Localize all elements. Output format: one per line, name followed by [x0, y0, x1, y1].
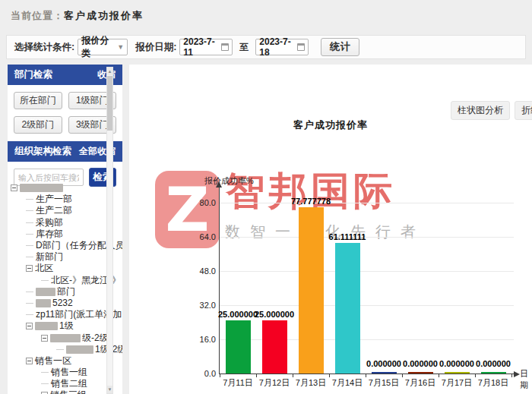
tree-item[interactable]: 级-2级	[8, 332, 122, 343]
tree-collapse-icon[interactable]	[26, 265, 33, 272]
y-tick-label: 16.0	[188, 335, 216, 344]
tree-item[interactable]: 销售三组	[8, 389, 122, 394]
tree-connector	[56, 349, 64, 350]
tree-connector	[26, 199, 33, 200]
tree-item[interactable]: 北区-》黑龙江-》	[8, 275, 122, 286]
x-tick-label: 7月16日	[402, 377, 439, 389]
axis-tickmark	[402, 374, 403, 377]
tree-item[interactable]: 采购部	[8, 217, 122, 229]
axis-tickmark	[329, 374, 330, 377]
tree-item[interactable]: 1级-2级-3	[8, 344, 122, 355]
chart-bar[interactable]	[226, 320, 251, 374]
chart-bar[interactable]	[262, 320, 287, 374]
category-selected-value: 报价分类	[81, 34, 117, 60]
tree-connector	[41, 372, 49, 373]
y-tick-label: 64.0	[188, 232, 216, 241]
chart-bar[interactable]	[445, 372, 470, 374]
tree-collapse-icon[interactable]	[26, 323, 33, 329]
x-tick-label: 7月14日	[329, 377, 366, 389]
tree-item[interactable]: 销售一组	[8, 367, 122, 378]
tree-item[interactable]: 生产二部	[8, 205, 122, 216]
tree-item[interactable]: 5232	[8, 298, 122, 309]
tree-item-label: 生产二部	[36, 205, 72, 216]
dept-level-buttons: 所在部门 1级部门 2级部门 3级部门	[8, 85, 122, 141]
tree-connector	[26, 314, 33, 315]
tree-collapse-icon[interactable]	[41, 335, 48, 342]
page-title: 客户成功报价率	[64, 10, 144, 21]
date-to-input[interactable]: 2023-7-18	[255, 39, 309, 55]
tree-item-label: 销售三组	[50, 389, 87, 394]
scrollbar-thumb[interactable]	[107, 76, 112, 131]
date-from-input[interactable]: 2023-7-11	[179, 39, 233, 55]
axis-tickmark	[439, 374, 439, 377]
tree-item-label: 采购部	[36, 217, 63, 229]
sidebar: 部门检索 收缩 所在部门 1级部门 2级部门 3级部门 组织架构检索 全部收缩 …	[8, 65, 122, 394]
line-chart-analysis-button[interactable]: 折线图分析	[515, 101, 532, 120]
tree-item[interactable]: 生产一部	[8, 194, 122, 205]
tree-item-label: 库存部	[36, 229, 63, 240]
tree-connector	[26, 257, 33, 257]
calendar-icon[interactable]	[297, 43, 305, 51]
gridline	[220, 203, 514, 203]
dept-current-button[interactable]: 所在部门	[14, 92, 62, 109]
chart-mode-buttons: 柱状图分析 折线图分析	[451, 101, 532, 120]
redacted-label	[36, 288, 55, 296]
statistics-button[interactable]: 统计	[321, 38, 359, 56]
org-search-title: 组织架构检索	[14, 145, 71, 158]
axis-tickmark	[293, 374, 293, 377]
tree-connector	[26, 234, 33, 235]
tree-item-label: 部门	[57, 286, 75, 298]
dept-level2-button[interactable]: 2级部门	[14, 116, 62, 134]
x-axis-line	[219, 374, 514, 374]
tree-item[interactable]: 销售二组	[8, 378, 122, 389]
tree-item[interactable]: 北区	[8, 263, 122, 274]
filter-bar: 选择统计条件: 报价分类 ▼ 报价日期: 2023-7-11 至 2023-7-…	[6, 35, 526, 59]
redacted-label	[50, 334, 81, 342]
tree-item-label: 销售一区	[35, 355, 71, 367]
category-select[interactable]: 报价分类 ▼	[78, 39, 128, 55]
scroll-down-icon[interactable]: ▼	[107, 386, 112, 393]
axis-tickmark	[256, 374, 257, 377]
chart-bar[interactable]	[372, 372, 397, 374]
dept-search-title: 部门检索	[14, 68, 52, 81]
tree-item[interactable]	[8, 182, 122, 194]
bar-value-label: 77.777778	[283, 197, 338, 206]
tree-connector	[26, 222, 33, 223]
tree-collapse-icon[interactable]	[11, 184, 17, 191]
tree-item[interactable]: 库存部	[8, 229, 122, 240]
chart-bar[interactable]	[335, 243, 360, 374]
tree-item[interactable]: 销售一区	[8, 355, 122, 367]
chart-title: 客户成功报价率	[236, 118, 426, 132]
org-search-header: 组织架构检索 全部收缩	[8, 141, 122, 162]
redacted-label	[35, 322, 58, 330]
tree-scrollbar[interactable]: ▲ ▼	[106, 67, 113, 394]
bar-value-label: 0.000000	[466, 359, 521, 368]
tree-item[interactable]: 1级	[8, 320, 122, 332]
axis-tickmark	[511, 374, 512, 377]
date-to-value: 2023-7-18	[259, 36, 297, 58]
calendar-icon[interactable]	[221, 43, 229, 51]
gridline	[220, 305, 514, 306]
x-tick-label: 7月12日	[256, 377, 293, 389]
tree-item-label: 销售二组	[51, 378, 87, 389]
tree-collapse-icon[interactable]	[26, 358, 33, 364]
bar-value-label: 25.000000	[247, 310, 302, 319]
chart-panel: 柱状图分析 折线图分析 客户成功报价率 Z 智邦国际 数智一体化先行者 报价成功…	[129, 65, 532, 394]
scroll-up-icon[interactable]: ▲	[107, 68, 112, 75]
x-tick-label: 7月15日	[366, 377, 402, 389]
tree-item-label: 销售一组	[51, 367, 87, 378]
tree-connector	[26, 245, 33, 246]
chart-bar[interactable]	[481, 372, 506, 374]
tree-item-label: 新部门	[36, 251, 63, 263]
tree-item[interactable]: 新部门	[8, 251, 122, 263]
date-range-label: 报价日期:	[135, 41, 176, 54]
bar-chart-analysis-button[interactable]: 柱状图分析	[451, 101, 510, 120]
x-tick-label: 7月18日	[475, 377, 511, 389]
axis-tickmark	[475, 374, 476, 377]
tree-item[interactable]: D部门（任务分配人员	[8, 240, 122, 251]
x-tick-label: 7月11日	[220, 377, 256, 389]
chart-bar[interactable]	[408, 372, 433, 374]
axis-tickmark	[220, 374, 220, 377]
tree-item[interactable]: 部门	[8, 286, 122, 298]
tree-item[interactable]: zp11部门(派工单添加	[8, 309, 122, 320]
